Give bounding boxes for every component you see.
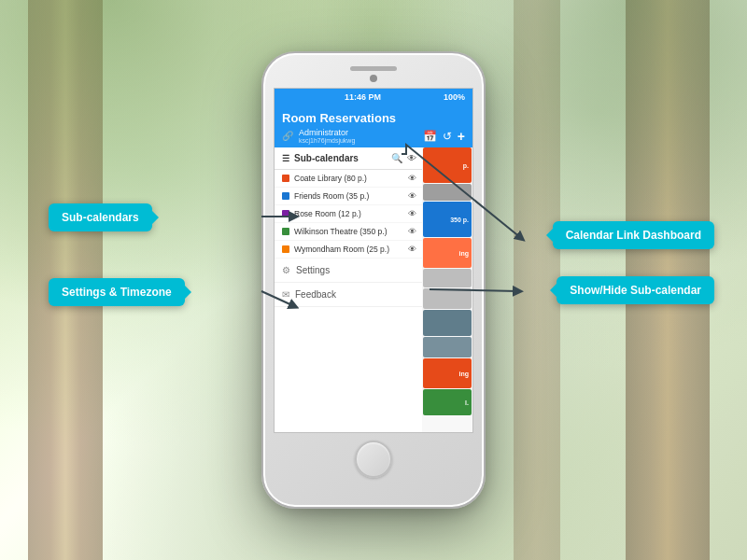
settings-icon: ⚙ [282,265,290,275]
feedback-menu-item[interactable]: ✉ Feedback [275,283,424,307]
subcalendars-label: Sub-calendars [294,153,359,163]
cal-eye-wymondham[interactable]: 👁 [408,245,416,254]
status-time: 11:46 PM [345,92,381,102]
tooltip-calendar-link: Calendar Link Dashboard [553,221,714,249]
strip-item-3: 350 p. [423,202,472,237]
cal-dot-wilkinson [282,228,289,235]
calendar-strips: p. 350 p. ing ing l. [422,147,472,433]
header-actions: 📅 ↺ + [423,129,465,144]
cal-name-coate: Coate Library (80 p.) [294,174,403,183]
strip-item-7 [423,310,472,336]
tooltip-sub-calendars: Sub-calendars [49,203,152,231]
strip-item-2 [423,184,472,201]
tooltip-cal-link-label: Calendar Link Dashboard [566,229,701,242]
strip-item-8 [423,337,472,357]
home-button[interactable] [355,441,392,478]
status-battery: 100% [444,92,465,102]
username: Administrator [299,128,419,137]
cal-name-wilkinson: Wilkinson Theatre (350 p.) [294,227,403,236]
search-icon[interactable]: 🔍 [391,153,402,163]
feedback-label: Feedback [295,289,336,300]
tooltip-settings-label: Settings & Timezone [62,286,172,299]
feedback-icon: ✉ [282,289,289,300]
strip-item-10: l. [423,389,472,415]
cal-dot-rose [282,210,289,217]
cal-dot-friends [282,192,289,200]
section-title: ☰ Sub-calendars [282,153,359,163]
cal-eye-wilkinson[interactable]: 👁 [408,227,416,236]
phone-body: 11:46 PM 100% Room Reservations 🔗 Admini… [261,51,486,509]
app-title: Room Reservations [282,111,465,125]
sidebar-panel: ☰ Sub-calendars 🔍 👁 Coate Library (80 p.… [275,147,424,433]
app-header-user: 🔗 Administrator kscj1h76jmdsjukwg 📅 ↺ + [282,128,465,144]
strip-list: p. 350 p. ing ing l. [422,147,472,433]
cal-item-wymondham[interactable]: Wymondham Room (25 p.) 👁 [275,241,424,259]
strip-item-6 [423,288,472,309]
calendar-list: Coate Library (80 p.) 👁 Friends Room (35… [275,170,424,259]
eye-toggle-icon[interactable]: 👁 [407,153,416,163]
section-icons: 🔍 👁 [391,153,416,163]
calendar-button[interactable]: 📅 [423,130,437,143]
cal-item-coate[interactable]: Coate Library (80 p.) 👁 [275,170,424,188]
cal-dot-wymondham [282,245,289,253]
phone-speaker [350,66,397,71]
settings-label: Settings [296,265,330,275]
cal-item-rose[interactable]: Rose Room (12 p.) 👁 [275,205,424,223]
app-header: Room Reservations 🔗 Administrator kscj1h… [275,105,472,147]
cal-name-rose: Rose Room (12 p.) [294,209,403,218]
refresh-button[interactable]: ↺ [443,130,452,143]
cal-name-friends: Friends Room (35 p.) [294,191,403,201]
strip-item-9: ing [423,358,472,388]
cal-name-wymondham: Wymondham Room (25 p.) [294,245,403,254]
tooltip-settings: Settings & Timezone [49,278,185,306]
cal-dot-coate [282,175,289,182]
strip-item-5 [423,269,472,287]
phone-bottom [355,433,392,478]
strip-item-1: p. [423,147,472,183]
tooltip-show-hide-label: Show/Hide Sub-calendar [570,284,701,297]
phone-camera [370,75,377,82]
tooltip-sub-cals-label: Sub-calendars [62,211,139,224]
strip-item-4: ing [423,238,472,268]
phone-container: 11:46 PM 100% Room Reservations 🔗 Admini… [261,51,486,509]
settings-menu-item[interactable]: ⚙ Settings [275,259,424,283]
user-info: Administrator kscj1h76jmdsjukwg [299,128,419,144]
cal-item-friends[interactable]: Friends Room (35 p.) 👁 [275,188,424,205]
add-button[interactable]: + [458,129,465,144]
status-bar: 11:46 PM 100% [275,89,472,105]
subcalendars-header: ☰ Sub-calendars 🔍 👁 [275,147,424,170]
phone-screen: 11:46 PM 100% Room Reservations 🔗 Admini… [274,88,473,433]
cal-eye-friends[interactable]: 👁 [408,191,416,201]
tooltip-show-hide: Show/Hide Sub-calendar [557,276,714,304]
cal-eye-rose[interactable]: 👁 [408,209,416,218]
cal-eye-coate[interactable]: 👁 [408,174,416,183]
main-content: ☰ Sub-calendars 🔍 👁 Coate Library (80 p.… [275,147,472,433]
cal-item-wilkinson[interactable]: Wilkinson Theatre (350 p.) 👁 [275,223,424,241]
link-icon: 🔗 [282,130,295,143]
userid: kscj1h76jmdsjukwg [299,137,419,144]
